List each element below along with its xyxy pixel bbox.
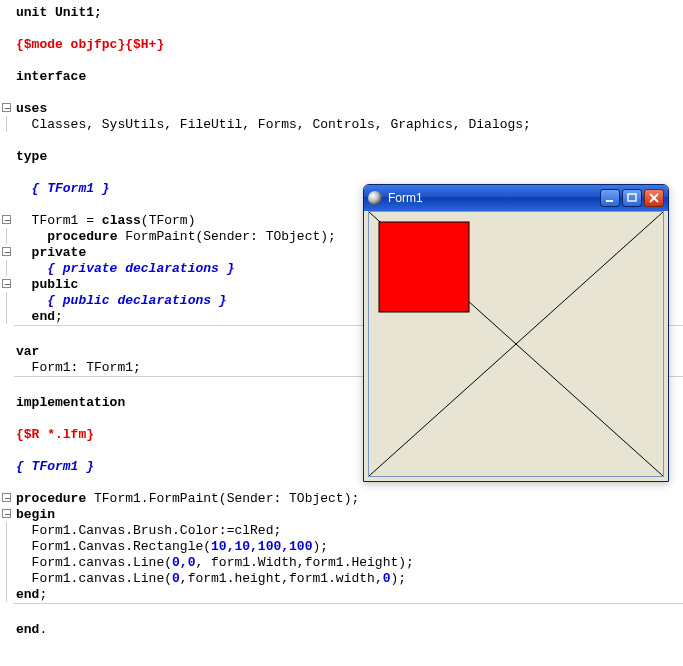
- keyword-end: end;: [14, 587, 47, 602]
- var-decl: Form1: TForm1;: [14, 360, 141, 375]
- fold-toggle-icon[interactable]: [2, 103, 11, 112]
- procedure-header: procedure TForm1.FormPaint(Sender: TObje…: [14, 491, 359, 506]
- maximize-button[interactable]: [622, 189, 642, 207]
- keyword-private: private: [14, 245, 86, 260]
- method-decl: procedure FormPaint(Sender: TObject);: [14, 229, 336, 244]
- keyword-uses: uses: [14, 101, 47, 116]
- close-button[interactable]: [644, 189, 664, 207]
- keyword-end: end.: [14, 622, 47, 637]
- keyword-public: public: [14, 277, 78, 292]
- keyword-begin: begin: [14, 507, 55, 522]
- comment: { TForm1 }: [14, 459, 94, 474]
- section-separator: [14, 603, 683, 604]
- form-canvas-drawing: [369, 212, 663, 476]
- svg-rect-1: [628, 194, 636, 201]
- keyword-type: type: [14, 149, 47, 164]
- stmt: Form1.Canvas.Brush.Color:=clRed;: [14, 523, 281, 538]
- fold-toggle-icon[interactable]: [2, 247, 11, 256]
- fold-toggle-icon[interactable]: [2, 509, 11, 518]
- directive: {$R *.lfm}: [14, 427, 94, 442]
- fold-toggle-icon[interactable]: [2, 279, 11, 288]
- stmt: Form1.Canvas.Rectangle(10,10,100,100);: [14, 539, 328, 554]
- titlebar[interactable]: Form1: [364, 185, 668, 211]
- keyword-var: var: [14, 344, 39, 359]
- comment: { public declarations }: [14, 293, 227, 308]
- stmt: Form1.canvas.Line(0,form1.height,form1.w…: [14, 571, 406, 586]
- red-rectangle: [379, 222, 469, 312]
- fold-toggle-icon[interactable]: [2, 215, 11, 224]
- close-icon: [649, 193, 659, 203]
- directive: {$mode objfpc}{$H+}: [14, 37, 164, 52]
- comment: { TForm1 }: [14, 181, 110, 196]
- minimize-button[interactable]: [600, 189, 620, 207]
- form-client-area[interactable]: [368, 211, 664, 477]
- form-window[interactable]: Form1: [363, 184, 669, 482]
- uses-list: Classes, SysUtils, FileUtil, Forms, Cont…: [14, 117, 531, 132]
- app-icon: [368, 191, 382, 205]
- svg-rect-0: [606, 200, 613, 202]
- minimize-icon: [605, 193, 615, 203]
- maximize-icon: [627, 193, 637, 203]
- window-title: Form1: [388, 191, 600, 205]
- comment: { private declarations }: [14, 261, 234, 276]
- class-decl: TForm1 = class(TForm): [14, 213, 195, 228]
- fold-toggle-icon[interactable]: [2, 493, 11, 502]
- keyword-interface: interface: [14, 69, 86, 84]
- keyword-end: end;: [14, 309, 63, 324]
- stmt: Form1.canvas.Line(0,0, form1.Width,form1…: [14, 555, 414, 570]
- code-line: unit Unit1;: [14, 5, 102, 20]
- keyword-implementation: implementation: [14, 395, 125, 410]
